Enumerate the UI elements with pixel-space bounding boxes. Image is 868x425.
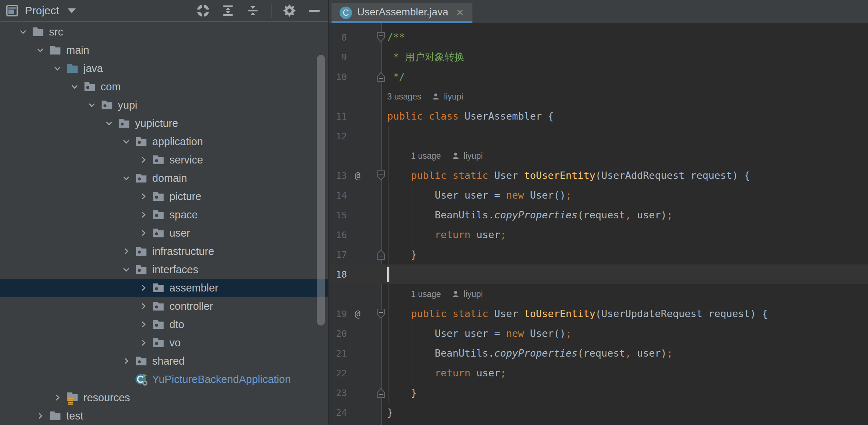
chevron-right-icon[interactable] xyxy=(53,393,62,402)
code-line-22: 22 return user; xyxy=(329,363,868,383)
tree-item-user[interactable]: user xyxy=(0,224,328,242)
author-hint[interactable]: liyupi xyxy=(464,146,483,166)
chevron-right-icon[interactable] xyxy=(35,411,45,421)
code-text[interactable]: return user; xyxy=(381,225,868,245)
fold-start-icon[interactable] xyxy=(376,32,386,43)
chevron-down-icon[interactable] xyxy=(35,45,45,55)
chevron-down-icon[interactable] xyxy=(104,119,114,128)
tree-item-yupicture[interactable]: yupicture xyxy=(0,114,328,132)
chevron-right-icon[interactable] xyxy=(139,338,148,347)
code-editor[interactable]: 8/**9 * 用户对象转换10 */3 usagesliyupi11publi… xyxy=(329,23,868,425)
chevron-down-icon[interactable] xyxy=(18,27,28,37)
usages-hint[interactable]: 1 usage xyxy=(411,146,441,166)
hide-panel-icon[interactable] xyxy=(307,4,321,18)
chevron-right-icon[interactable] xyxy=(121,356,131,366)
chevron-right-icon[interactable] xyxy=(139,283,148,293)
project-view-dropdown-icon[interactable] xyxy=(68,8,76,13)
chevron-right-icon[interactable] xyxy=(139,192,148,201)
text-caret xyxy=(387,267,389,282)
chevron-right-icon[interactable] xyxy=(139,155,148,165)
chevron-down-icon[interactable] xyxy=(121,173,131,183)
folder-resources-icon xyxy=(66,391,79,404)
package-icon xyxy=(135,354,148,368)
tree-item-label: user xyxy=(169,227,190,239)
tree-item-test[interactable]: test xyxy=(0,407,328,424)
chevron-right-icon[interactable] xyxy=(139,228,148,238)
line-number: 13 xyxy=(329,170,347,181)
tree-item-resources[interactable]: resources xyxy=(0,388,328,407)
tree-item-src[interactable]: src xyxy=(0,23,328,41)
tree-item-space[interactable]: space xyxy=(0,206,328,224)
collapse-all-icon[interactable] xyxy=(246,4,260,18)
tab-close-icon[interactable]: × xyxy=(456,6,464,20)
chevron-down-icon[interactable] xyxy=(121,265,131,274)
tree-item-controller[interactable]: controller xyxy=(0,297,328,315)
usages-hint[interactable]: 3 usages xyxy=(387,87,421,106)
code-text[interactable] xyxy=(381,126,868,146)
gutter-cell: 12 xyxy=(329,126,381,146)
tree-item-application[interactable]: application xyxy=(0,132,328,151)
tree-item-com[interactable]: com xyxy=(0,78,328,96)
tree-item-assembler[interactable]: assembler xyxy=(0,279,328,297)
tree-item-picture[interactable]: picture xyxy=(0,187,328,206)
gutter-cell: 13@ xyxy=(329,166,381,185)
code-text[interactable]: /** xyxy=(381,27,868,47)
code-text[interactable]: BeanUtils.copyProperties(request, user); xyxy=(381,205,868,225)
inlay-hint[interactable]: 3 usagesliyupi xyxy=(381,87,868,106)
code-text[interactable]: * 用户对象转换 xyxy=(381,47,868,67)
fold-start-icon[interactable] xyxy=(376,170,386,181)
chevron-right-icon[interactable] xyxy=(139,301,148,311)
tree-item-main[interactable]: main xyxy=(0,41,328,59)
tree-item-java[interactable]: java xyxy=(0,59,328,78)
tree-item-yupicturebackendapplication[interactable]: YuPictureBackendApplication xyxy=(0,370,328,388)
gutter-cell: 16 xyxy=(329,225,381,245)
tree-item-infrastructure[interactable]: infrastructure xyxy=(0,242,328,260)
tab-userassembler-java[interactable]: C UserAssembler.java × xyxy=(332,3,472,23)
tree-item-label: java xyxy=(83,63,103,75)
fold-end-icon[interactable] xyxy=(376,71,386,82)
tree-item-interfaces[interactable]: interfaces xyxy=(0,260,328,279)
code-text[interactable]: public static User toUserEntity(UserAddR… xyxy=(381,166,868,185)
tree-item-domain[interactable]: domain xyxy=(0,169,328,187)
select-opened-file-icon[interactable] xyxy=(196,4,210,18)
usages-hint[interactable]: 1 usage xyxy=(411,284,441,304)
tree-item-shared[interactable]: shared xyxy=(0,352,328,370)
chevron-right-icon[interactable] xyxy=(139,320,148,329)
author-hint[interactable]: liyupi xyxy=(444,87,463,106)
token-pl: BeanUtils. xyxy=(387,205,494,225)
tree-item-vo[interactable]: vo xyxy=(0,334,328,352)
author-hint[interactable]: liyupi xyxy=(464,284,483,304)
expand-all-icon[interactable] xyxy=(221,4,235,18)
code-text[interactable]: } xyxy=(381,403,868,422)
inlay-hint[interactable]: 1 usageliyupi xyxy=(381,146,868,166)
code-text[interactable]: public class UserAssembler { xyxy=(381,106,868,126)
chevron-right-icon[interactable] xyxy=(139,210,148,219)
code-text[interactable]: */ xyxy=(381,67,868,87)
tree-scrollbar[interactable] xyxy=(317,55,325,326)
settings-gear-icon[interactable] xyxy=(283,4,296,18)
tree-item-service[interactable]: service xyxy=(0,151,328,169)
code-text[interactable]: BeanUtils.copyProperties(request, user); xyxy=(381,343,868,363)
token-pl: } xyxy=(387,403,393,422)
chevron-right-icon[interactable] xyxy=(121,247,131,256)
fold-end-icon[interactable] xyxy=(376,249,386,260)
inlay-hint[interactable]: 1 usageliyupi xyxy=(381,284,868,304)
chevron-down-icon[interactable] xyxy=(53,64,62,73)
gutter-cell: 24 xyxy=(329,403,381,422)
fold-end-icon[interactable] xyxy=(376,387,386,398)
tree-item-dto[interactable]: dto xyxy=(0,315,328,334)
code-text[interactable]: return user; xyxy=(381,363,868,383)
fold-start-icon[interactable] xyxy=(376,308,386,319)
code-text[interactable]: User user = new User(); xyxy=(381,324,868,343)
code-text[interactable]: } xyxy=(381,383,868,403)
code-text[interactable]: } xyxy=(381,245,868,264)
code-text[interactable]: User user = new User(); xyxy=(381,185,868,205)
tree-item-yupi[interactable]: yupi xyxy=(0,96,328,114)
token-kw: new xyxy=(506,185,524,205)
chevron-down-icon[interactable] xyxy=(87,100,97,110)
code-text[interactable]: public static User toUserEntity(UserUpda… xyxy=(381,304,868,324)
chevron-down-icon[interactable] xyxy=(121,137,131,146)
chevron-down-icon[interactable] xyxy=(70,82,79,91)
code-text[interactable] xyxy=(381,264,868,284)
code-line-21: 21 BeanUtils.copyProperties(request, use… xyxy=(329,343,868,363)
